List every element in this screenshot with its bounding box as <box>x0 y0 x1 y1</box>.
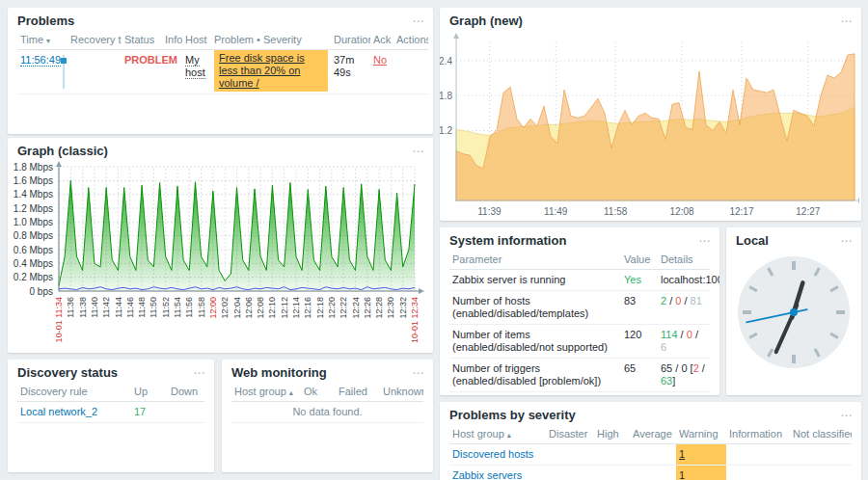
local-clock-menu-button[interactable] <box>840 231 854 245</box>
high-count <box>594 444 630 466</box>
col-down: Down <box>168 383 204 402</box>
not-classified-count <box>790 466 852 480</box>
graph-classic-title: Graph (classic) <box>8 138 433 161</box>
discovery-rule-link[interactable]: Local network_2 <box>20 406 97 417</box>
information-count <box>726 444 790 466</box>
svg-text:11:46: 11:46 <box>125 297 135 318</box>
graph-classic-widget: Graph (classic) 0 bps0.2 Mbps0.4 Mbps0.6… <box>8 138 433 353</box>
problems-table: Time Recovery time Status Info Host Prob… <box>17 31 428 94</box>
problem-name-badge[interactable]: Free disk space is less than 20% on volu… <box>214 50 328 92</box>
sysinfo-details: 1 <box>658 392 710 396</box>
disaster-count <box>546 466 594 480</box>
svg-text:12:06: 12:06 <box>244 297 254 319</box>
analog-clock <box>726 251 861 393</box>
svg-text:12:00: 12:00 <box>208 297 218 319</box>
svg-text:11:56: 11:56 <box>184 297 194 318</box>
timeline-dot-icon <box>61 58 67 64</box>
svg-text:11:58: 11:58 <box>604 206 628 217</box>
sysinfo-details: 65 / 0 [2 / 63] <box>658 359 710 392</box>
svg-text:12:17: 12:17 <box>729 206 753 217</box>
svg-text:11:36: 11:36 <box>66 297 75 318</box>
col-discovery-rule: Discovery rule <box>17 383 131 402</box>
discovery-status-menu-button[interactable] <box>193 363 206 377</box>
sysinfo-value: 65 <box>621 359 658 392</box>
problems-by-severity-menu-button[interactable] <box>840 406 854 419</box>
col-duration: Duration <box>331 31 370 50</box>
svg-text:0.2 Mbps: 0.2 Mbps <box>14 272 53 282</box>
sysinfo-parameter: Number of users (online) <box>449 392 621 396</box>
discovery-row: Local network_2 17 <box>17 402 204 423</box>
graph-new-chart[interactable]: 1.21.82.411:3911:4911:5812:0812:1712:27 <box>440 31 859 221</box>
svg-text:11:40: 11:40 <box>90 297 99 318</box>
svg-text:12:10: 12:10 <box>267 297 277 319</box>
zabbix-dashboard: { "colors":{"accent_blue":"#0275b8","gre… <box>0 0 868 480</box>
svg-text:11:58: 11:58 <box>197 297 206 318</box>
sysinfo-details: localhost:10051 <box>658 270 710 291</box>
problem-host-link[interactable]: My host <box>185 54 205 79</box>
information-count <box>726 466 790 480</box>
problem-name[interactable]: Free disk space is less than 20% on volu… <box>219 52 305 89</box>
web-empty-row: No data found. <box>231 402 423 423</box>
col-warning: Warning <box>676 425 726 444</box>
svg-text:11:49: 11:49 <box>544 206 568 217</box>
problems-menu-button[interactable] <box>412 12 425 25</box>
svg-text:12:27: 12:27 <box>796 206 820 217</box>
svg-text:12:08: 12:08 <box>256 297 265 319</box>
col-value: Value <box>621 251 658 270</box>
host-group-link[interactable]: Zabbix servers <box>452 469 522 480</box>
svg-text:12:14: 12:14 <box>291 297 301 319</box>
warning-count-link[interactable]: 1 <box>679 469 685 480</box>
system-information-widget: System information Parameter Value Detai… <box>440 227 719 395</box>
svg-text:1.4 Mbps: 1.4 Mbps <box>14 189 53 200</box>
svg-text:0.6 Mbps: 0.6 Mbps <box>14 245 53 255</box>
graph-classic-menu-button[interactable] <box>412 142 425 155</box>
col-host-group[interactable]: Host group <box>231 383 301 402</box>
problems-by-severity-table: Host group Disaster High Average Warning… <box>449 425 852 480</box>
problems-by-severity-widget: Problems by severity Host group Disaster… <box>440 402 861 480</box>
svg-text:12:08: 12:08 <box>670 206 694 217</box>
col-problem-severity: Problem • Severity <box>211 31 331 50</box>
col-host: Host <box>182 31 211 50</box>
svg-text:1.8 Mbps: 1.8 Mbps <box>14 162 53 173</box>
svg-text:12:02: 12:02 <box>220 297 230 319</box>
problem-time-link[interactable]: 11:56:49 <box>20 54 61 67</box>
system-information-table: Parameter Value Details Zabbix server is… <box>449 251 710 395</box>
svg-text:1.0 Mbps: 1.0 Mbps <box>14 217 53 227</box>
sysinfo-value: 120 <box>621 325 658 359</box>
svg-text:10-01 12:34: 10-01 12:34 <box>410 297 420 343</box>
svg-text:12:12: 12:12 <box>280 297 289 319</box>
warning-count-link[interactable]: 1 <box>679 448 685 460</box>
svg-text:12:32: 12:32 <box>398 297 408 319</box>
svg-text:12:16: 12:16 <box>303 297 312 319</box>
sysinfo-parameter: Number of triggers (enabled/disabled [pr… <box>449 359 621 392</box>
col-failed: Failed <box>336 383 380 402</box>
system-information-title: System information <box>440 227 719 251</box>
col-recovery-time: Recovery time <box>68 31 122 50</box>
web-monitoring-menu-button[interactable] <box>412 363 425 377</box>
col-host-group[interactable]: Host group <box>449 425 546 444</box>
svg-text:11:54: 11:54 <box>173 297 182 318</box>
graph-classic-chart[interactable]: 0 bps0.2 Mbps0.4 Mbps0.6 Mbps0.8 Mbps1.0… <box>8 161 431 353</box>
col-actions: Actions <box>393 31 428 50</box>
col-timeline <box>57 31 68 50</box>
svg-text:12:24: 12:24 <box>351 297 361 319</box>
problem-status: PROBLEM <box>124 54 177 66</box>
graph-new-menu-button[interactable] <box>840 12 854 25</box>
col-ok: Ok <box>301 383 336 402</box>
problem-row: 11:56:49 PROBLEM My host Free disk space… <box>17 50 428 94</box>
svg-text:10-01 11:34: 10-01 11:34 <box>54 297 64 342</box>
svg-text:0 bps: 0 bps <box>30 286 53 297</box>
col-up: Up <box>131 383 168 402</box>
sysinfo-value: 2 <box>621 392 658 396</box>
graph-new-widget: Graph (new) 1.21.82.411:3911:4911:5812:0… <box>440 8 861 221</box>
svg-text:12:20: 12:20 <box>327 297 337 319</box>
col-time[interactable]: Time <box>17 31 57 50</box>
system-information-menu-button[interactable] <box>698 231 712 245</box>
graph-new-title: Graph (new) <box>440 8 861 31</box>
svg-text:11:48: 11:48 <box>137 297 147 318</box>
problem-ack-link[interactable]: No <box>373 54 387 66</box>
col-ack: Ack <box>370 31 393 50</box>
host-group-link[interactable]: Discovered hosts <box>452 448 533 460</box>
svg-text:1.2: 1.2 <box>440 125 452 136</box>
svg-text:11:44: 11:44 <box>114 297 123 318</box>
